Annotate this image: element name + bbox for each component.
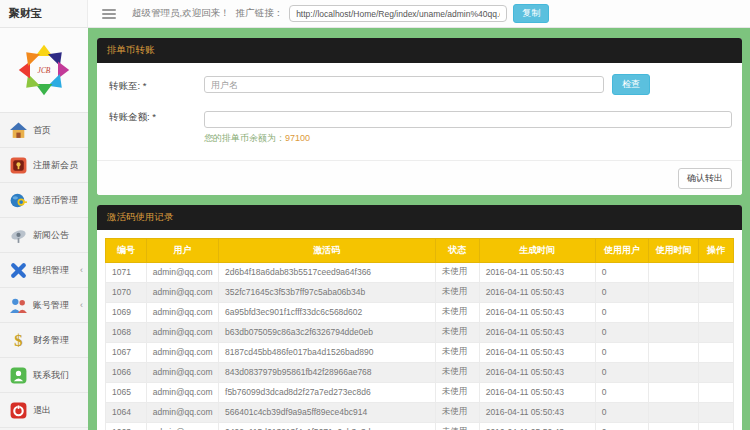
table-cell: 1063 [106,422,147,430]
records-table-body: 1071admin@qq.com2d6b4f18a6dab83b5517ceed… [106,262,734,430]
table-row: 1069admin@qq.com6a95bfd3ec901f1cfff33dc6… [106,302,734,322]
table-cell: 1068 [106,322,147,342]
transfer-panel-footer: 确认转出 [97,160,742,195]
table-cell: f5b76099d3dcad8d2f27a7ed273ec8d6 [219,382,436,402]
accounts-icon [9,296,28,315]
records-panel-title: 激活码使用记录 [97,205,742,230]
table-cell: 2016-04-11 05:50:43 [479,402,595,422]
sidebar-item-label: 财务管理 [33,334,69,347]
promo-url-input[interactable] [289,5,507,22]
table-cell [649,422,699,430]
transfer-amount-input[interactable] [204,111,732,128]
table-cell: 未使用 [435,282,479,302]
table-row: 1063admin@qq.com0492a115d613913f4c1f5671… [106,422,734,430]
sidebar-item-finance[interactable]: $ 财务管理 [0,323,88,358]
sidebar-item-label: 组织管理 [33,264,69,277]
copy-button[interactable]: 复制 [513,4,549,23]
sidebar-item-activation-coin[interactable]: 激活币管理 [0,183,88,218]
table-cell [699,362,734,382]
table-cell: 0 [595,342,648,362]
table-cell [699,382,734,402]
main-content: 排单币转账 转账至: * 检查 转账金额: * 您的排单币余额为：97100 [88,28,750,430]
table-cell: 2016-04-11 05:50:43 [479,382,595,402]
table-cell: admin@qq.com [146,382,218,402]
sidebar-nav: 首页 注册新会员 激活币 [0,113,88,428]
table-cell: 0 [595,422,648,430]
table-cell: 1070 [106,282,147,302]
promo-link-label: 推广链接： [236,7,284,20]
table-cell [699,342,734,362]
table-cell: 566401c4cb39df9a9a5ff89ece4bc914 [219,402,436,422]
sidebar-item-label: 账号管理 [33,299,69,312]
table-cell [649,382,699,402]
table-cell: 2016-04-11 05:50:43 [479,342,595,362]
sidebar-item-label: 激活币管理 [33,194,78,207]
table-cell: 0 [595,282,648,302]
table-cell: admin@qq.com [146,402,218,422]
table-cell [649,322,699,342]
sidebar-item-logout[interactable]: 退出 [0,393,88,428]
table-cell [649,302,699,322]
table-cell: 0 [595,382,648,402]
table-cell [649,282,699,302]
logout-icon [9,401,28,420]
column-header: 生成时间 [479,238,595,262]
check-button[interactable]: 检查 [612,74,650,95]
column-header: 激活码 [219,238,436,262]
table-row: 1068admin@qq.comb63db075059c86a3c2f63267… [106,322,734,342]
table-cell: 0 [595,322,648,342]
hamburger-menu-icon[interactable] [102,7,116,21]
records-table: 编号用户激活码状态生成时间使用用户使用时间操作 1071admin@qq.com… [105,238,734,430]
records-panel: 激活码使用记录 编号用户激活码状态生成时间使用用户使用时间操作 1071admi… [97,205,742,430]
table-cell: 352fc71645c3f53b7ff97c5aba06b34b [219,282,436,302]
table-cell: admin@qq.com [146,362,218,382]
balance-hint: 您的排单币余额为：97100 [204,132,732,145]
column-header: 状态 [435,238,479,262]
sidebar-item-organization[interactable]: 组织管理 ‹ [0,253,88,288]
column-header: 编号 [106,238,147,262]
table-cell: 843d0837979b95861fb42f28966ae768 [219,362,436,382]
table-cell [699,282,734,302]
table-cell: 未使用 [435,402,479,422]
activation-coin-icon [9,191,28,210]
table-cell: 6a95bfd3ec901f1cfff33dc6c568d602 [219,302,436,322]
news-icon [9,226,28,245]
sidebar-item-home[interactable]: 首页 [0,113,88,148]
table-cell: 2016-04-11 05:50:43 [479,322,595,342]
table-cell [699,422,734,430]
table-cell: 0 [595,302,648,322]
table-cell: 未使用 [435,342,479,362]
column-header: 使用用户 [595,238,648,262]
table-cell: 0 [595,262,648,282]
table-cell: 未使用 [435,302,479,322]
table-cell [649,342,699,362]
table-cell [649,402,699,422]
transfer-panel: 排单币转账 转账至: * 检查 转账金额: * 您的排单币余额为：97100 [97,38,742,195]
transfer-to-input[interactable] [204,76,604,93]
svg-text:$: $ [14,331,22,350]
transfer-to-label: 转账至: * [109,77,204,93]
sidebar-item-news[interactable]: 新闻公告 [0,218,88,253]
table-cell: 8187cd45bb486fe017ba4d1526bad890 [219,342,436,362]
table-cell: 1065 [106,382,147,402]
column-header: 使用时间 [649,238,699,262]
brand: 聚财宝 [0,0,88,27]
table-cell: 2016-04-11 05:50:43 [479,362,595,382]
confirm-transfer-button[interactable]: 确认转出 [678,168,732,189]
sidebar-item-accounts[interactable]: 账号管理 ‹ [0,288,88,323]
table-cell: 2016-04-11 05:50:43 [479,282,595,302]
table-cell [649,262,699,282]
table-cell: 未使用 [435,262,479,282]
table-cell: 1066 [106,362,147,382]
table-cell [699,302,734,322]
sidebar-item-register-member[interactable]: 注册新会员 [0,148,88,183]
table-cell: admin@qq.com [146,422,218,430]
table-cell: 2016-04-11 05:50:43 [479,262,595,282]
table-cell [699,262,734,282]
records-table-head-row: 编号用户激活码状态生成时间使用用户使用时间操作 [106,238,734,262]
sidebar-item-contact[interactable]: 联系我们 [0,358,88,393]
table-cell: 1064 [106,402,147,422]
brand-name: 聚财宝 [9,6,42,21]
table-cell: admin@qq.com [146,342,218,362]
table-cell: 2d6b4f18a6dab83b5517ceed9a64f366 [219,262,436,282]
